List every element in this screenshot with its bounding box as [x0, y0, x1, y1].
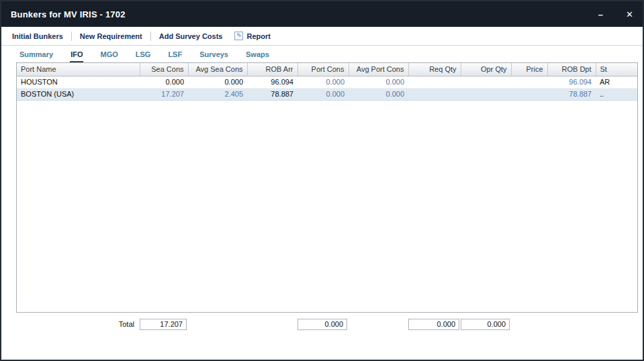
- column-header-st[interactable]: St: [596, 63, 638, 76]
- total-opr-qty: 0.000: [461, 319, 510, 330]
- toolbar-divider: [150, 32, 151, 41]
- table-header-row: Port NameSea ConsAvg Sea ConsROB ArrPort…: [17, 63, 638, 76]
- column-header-port-cons[interactable]: Port Cons: [297, 63, 349, 76]
- tab-lsf[interactable]: LSF: [167, 48, 183, 62]
- table-cell[interactable]: BOSTON (USA): [17, 88, 140, 100]
- column-header-rob-arr[interactable]: ROB Arr: [247, 63, 297, 76]
- report-icon: ✎: [234, 32, 243, 40]
- table-cell[interactable]: [408, 88, 461, 100]
- table-body: HOUSTON0.0000.00096.0940.0000.00096.094A…: [17, 76, 638, 100]
- table-cell[interactable]: ..: [596, 88, 638, 100]
- column-header-sea-cons[interactable]: Sea Cons: [140, 63, 188, 76]
- total-sea-cons: 17.207: [140, 319, 187, 330]
- initial-bunkers-button[interactable]: Initial Bunkers: [12, 32, 63, 40]
- table-cell[interactable]: 96.094: [547, 76, 596, 88]
- report-button[interactable]: ✎ Report: [234, 32, 270, 40]
- table-cell[interactable]: [461, 88, 511, 100]
- column-header-req-qty[interactable]: Req Qty: [408, 63, 461, 76]
- table-cell[interactable]: 2.405: [188, 88, 247, 100]
- table-row[interactable]: BOSTON (USA)17.2072.40578.8870.0000.0007…: [17, 88, 638, 100]
- tab-mgo[interactable]: MGO: [99, 48, 118, 62]
- table-cell[interactable]: 0.000: [349, 76, 408, 88]
- column-header-opr-qty[interactable]: Opr Qty: [461, 63, 511, 76]
- table-cell[interactable]: HOUSTON: [17, 76, 140, 88]
- close-button[interactable]: ✕: [626, 10, 633, 19]
- table-row[interactable]: HOUSTON0.0000.00096.0940.0000.00096.094A…: [17, 76, 638, 88]
- tab-surveys[interactable]: Surveys: [199, 48, 229, 62]
- table-cell[interactable]: 0.000: [188, 76, 247, 88]
- column-header-avg-port-cons[interactable]: Avg Port Cons: [349, 63, 408, 76]
- table-cell[interactable]: 0.000: [349, 88, 408, 100]
- column-header-port-name[interactable]: Port Name: [17, 63, 140, 76]
- total-label: Total: [16, 318, 139, 330]
- toolbar-divider: [71, 32, 72, 41]
- column-header-avg-sea-cons[interactable]: Avg Sea Cons: [188, 63, 247, 76]
- table-cell[interactable]: 0.000: [297, 88, 349, 100]
- grid-area: Port NameSea ConsAvg Sea ConsROB ArrPort…: [16, 62, 638, 313]
- table-cell[interactable]: 0.000: [297, 76, 349, 88]
- table-cell[interactable]: [408, 76, 461, 88]
- table-cell[interactable]: [511, 76, 547, 88]
- table-cell[interactable]: [461, 76, 511, 88]
- toolbar: Initial Bunkers New Requirement Add Surv…: [1, 27, 643, 46]
- tab-lsg[interactable]: LSG: [135, 48, 152, 62]
- new-requirement-button[interactable]: New Requirement: [80, 32, 142, 40]
- title-bar: Bunkers for MV IRIS - 1702 – ✕: [1, 1, 643, 27]
- bunkers-table: Port NameSea ConsAvg Sea ConsROB ArrPort…: [17, 63, 638, 101]
- column-header-rob-dpt[interactable]: ROB Dpt: [547, 63, 596, 76]
- table-cell[interactable]: AR: [596, 76, 638, 88]
- tab-bar: SummaryIFOMGOLSGLSFSurveysSwaps: [1, 46, 643, 62]
- window-controls: – ✕: [598, 10, 633, 19]
- tab-summary[interactable]: Summary: [19, 48, 54, 62]
- window-title: Bunkers for MV IRIS - 1702: [11, 9, 126, 19]
- tab-swaps[interactable]: Swaps: [245, 48, 270, 62]
- table-cell[interactable]: 96.094: [247, 76, 297, 88]
- total-port-cons: 0.000: [297, 319, 347, 330]
- bunkers-window: Bunkers for MV IRIS - 1702 – ✕ Initial B…: [0, 0, 644, 361]
- table-cell[interactable]: 78.887: [247, 88, 297, 100]
- report-label: Report: [246, 32, 270, 40]
- table-cell[interactable]: 17.207: [140, 88, 188, 100]
- column-header-price[interactable]: Price: [511, 63, 547, 76]
- minimize-button[interactable]: –: [598, 10, 603, 19]
- table-cell[interactable]: 0.000: [140, 76, 188, 88]
- table-cell[interactable]: [511, 88, 547, 100]
- totals-row: Total 17.207 0.000 0.000 0.000: [16, 318, 643, 330]
- tab-ifo[interactable]: IFO: [70, 48, 83, 62]
- table-cell[interactable]: 78.887: [547, 88, 596, 100]
- total-req-qty: 0.000: [408, 319, 459, 330]
- add-survey-costs-button[interactable]: Add Survey Costs: [159, 32, 223, 40]
